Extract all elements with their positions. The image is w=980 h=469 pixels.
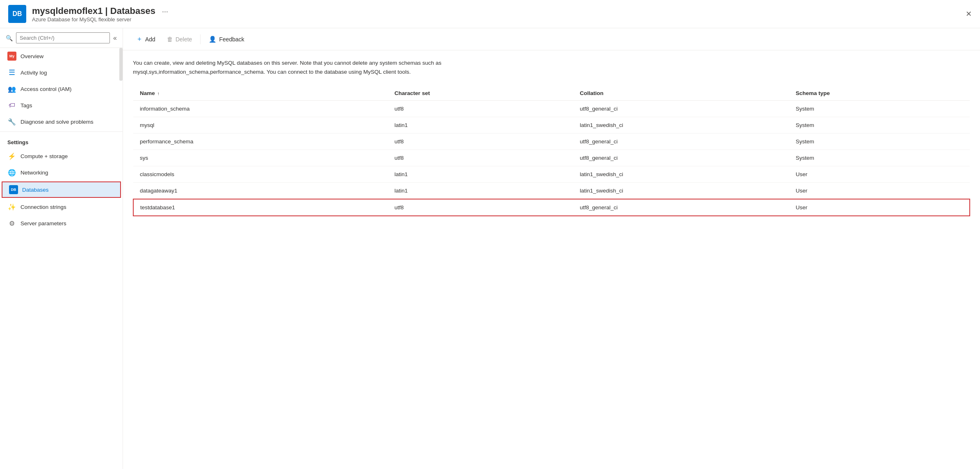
feedback-icon: 👤 bbox=[209, 36, 217, 43]
sidebar-item-label: Diagnose and solve problems bbox=[21, 119, 93, 125]
diagnose-icon: 🔧 bbox=[7, 117, 16, 126]
add-button[interactable]: ＋ Add bbox=[131, 32, 160, 46]
connection-strings-icon: ✨ bbox=[7, 202, 16, 211]
settings-divider bbox=[0, 131, 123, 132]
sidebar-item-networking[interactable]: 🌐 Networking bbox=[0, 164, 123, 181]
app-icon: DB bbox=[8, 5, 26, 23]
sidebar-item-databases[interactable]: DB Databases bbox=[2, 181, 121, 198]
delete-icon: 🗑 bbox=[167, 36, 173, 43]
sidebar-item-label: Connection strings bbox=[21, 204, 66, 210]
toolbar: ＋ Add 🗑 Delete 👤 Feedback bbox=[123, 28, 980, 50]
sidebar-item-diagnose[interactable]: 🔧 Diagnose and solve problems bbox=[0, 113, 123, 130]
sidebar-item-label: Tags bbox=[21, 102, 32, 109]
sidebar-item-label: Server parameters bbox=[21, 220, 66, 227]
search-input[interactable] bbox=[16, 32, 110, 43]
close-button[interactable]: ✕ bbox=[966, 9, 972, 18]
header-title-main: mysqldemoflex1 | Databases ··· bbox=[32, 6, 168, 16]
sidebar-item-connection-strings[interactable]: ✨ Connection strings bbox=[0, 199, 123, 215]
mysql-icon: My bbox=[7, 52, 16, 61]
databases-table: Name ↑ Character set Collation Schema ty… bbox=[133, 86, 970, 216]
sidebar: 🔍 « My Overview ☰ Activity log 👥 Acce bbox=[0, 28, 123, 469]
sidebar-item-label: Compute + storage bbox=[21, 153, 68, 159]
table-row[interactable]: datagateaway1latin1latin1_swedish_ciUser bbox=[133, 183, 970, 199]
sidebar-item-label: Activity log bbox=[21, 70, 47, 76]
network-icon: 🌐 bbox=[7, 168, 16, 177]
header-title: mysqldemoflex1 | Databases ··· Azure Dat… bbox=[32, 6, 168, 23]
db-icon: DB bbox=[9, 185, 18, 194]
sidebar-search-bar: 🔍 « bbox=[0, 28, 123, 48]
delete-button[interactable]: 🗑 Delete bbox=[162, 33, 197, 45]
sidebar-item-compute-storage[interactable]: ⚡ Compute + storage bbox=[0, 148, 123, 164]
table-row[interactable]: testdatabase1utf8utf8_general_ciUser bbox=[133, 199, 970, 216]
compute-icon: ⚡ bbox=[7, 152, 16, 161]
sidebar-item-label: Databases bbox=[22, 187, 49, 193]
header-subtitle: Azure Database for MySQL flexible server bbox=[32, 16, 168, 23]
log-icon: ☰ bbox=[7, 68, 16, 77]
col-charset: Character set bbox=[388, 86, 573, 101]
more-options[interactable]: ··· bbox=[162, 7, 168, 16]
sidebar-nav: My Overview ☰ Activity log 👥 Access cont… bbox=[0, 48, 123, 469]
col-collation: Collation bbox=[573, 86, 789, 101]
sidebar-item-server-parameters[interactable]: ⚙ Server parameters bbox=[0, 215, 123, 231]
sidebar-item-access-control[interactable]: 👥 Access control (IAM) bbox=[0, 81, 123, 97]
main-content: ＋ Add 🗑 Delete 👤 Feedback You can create… bbox=[123, 28, 980, 469]
sidebar-item-tags[interactable]: 🏷 Tags bbox=[0, 97, 123, 113]
table-row[interactable]: information_schemautf8utf8_general_ciSys… bbox=[133, 101, 970, 117]
sidebar-item-label: Access control (IAM) bbox=[21, 86, 72, 92]
feedback-button[interactable]: 👤 Feedback bbox=[204, 33, 249, 45]
sidebar-item-activity-log[interactable]: ☰ Activity log bbox=[0, 64, 123, 81]
table-row[interactable]: sysutf8utf8_general_ciSystem bbox=[133, 150, 970, 166]
sidebar-item-label: Networking bbox=[21, 170, 48, 176]
table-row[interactable]: performance_schemautf8utf8_general_ciSys… bbox=[133, 134, 970, 150]
content-body: You can create, view and deleting MySQL … bbox=[123, 50, 980, 224]
toolbar-divider bbox=[200, 34, 201, 44]
sort-icon: ↑ bbox=[157, 91, 160, 96]
settings-section-label: Settings bbox=[0, 134, 123, 148]
col-name[interactable]: Name ↑ bbox=[133, 86, 388, 101]
collapse-sidebar-button[interactable]: « bbox=[113, 34, 117, 42]
col-schema-type: Schema type bbox=[789, 86, 970, 101]
header-left: DB mysqldemoflex1 | Databases ··· Azure … bbox=[8, 5, 168, 23]
tags-icon: 🏷 bbox=[7, 101, 16, 110]
add-icon: ＋ bbox=[136, 35, 143, 43]
sidebar-item-overview[interactable]: My Overview bbox=[0, 48, 123, 64]
table-body: information_schemautf8utf8_general_ciSys… bbox=[133, 101, 970, 216]
search-icon: 🔍 bbox=[6, 35, 13, 41]
iam-icon: 👥 bbox=[7, 84, 16, 93]
table-row[interactable]: mysqllatin1latin1_swedish_ciSystem bbox=[133, 117, 970, 134]
table-header: Name ↑ Character set Collation Schema ty… bbox=[133, 86, 970, 101]
info-text: You can create, view and deleting MySQL … bbox=[133, 59, 502, 76]
main-layout: 🔍 « My Overview ☰ Activity log 👥 Acce bbox=[0, 28, 980, 469]
sidebar-item-label: Overview bbox=[21, 53, 43, 59]
server-params-icon: ⚙ bbox=[7, 219, 16, 228]
table-row[interactable]: classicmodelslatin1latin1_swedish_ciUser bbox=[133, 166, 970, 183]
app-header: DB mysqldemoflex1 | Databases ··· Azure … bbox=[0, 0, 980, 28]
